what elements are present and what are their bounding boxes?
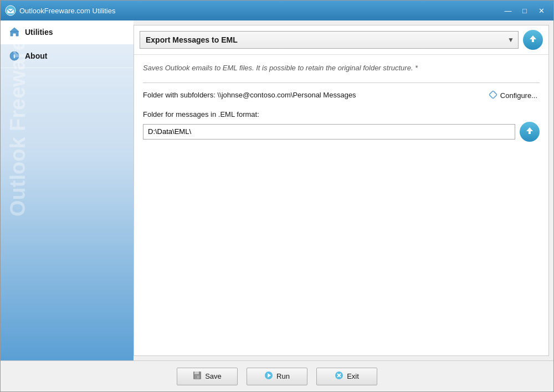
maximize-button[interactable]: □ — [517, 4, 532, 17]
info-icon: i — [9, 51, 19, 61]
panel-body: Saves Outlook emails to EML files. It is… — [134, 55, 548, 355]
browse-upload-icon — [525, 126, 535, 137]
save-label: Save — [205, 372, 222, 380]
description-text: Saves Outlook emails to EML files. It is… — [143, 63, 540, 74]
window-controls: — □ ✕ — [500, 4, 549, 17]
path-input[interactable] — [143, 124, 515, 140]
upload-button[interactable] — [523, 30, 543, 50]
footer: Save Run Ex — [1, 360, 553, 391]
minimize-button[interactable]: — — [500, 4, 516, 17]
input-row — [143, 122, 540, 142]
main-content: Utilities i About Outlook Freeware .com — [1, 20, 553, 391]
export-type-dropdown[interactable]: Export Messages to EML — [140, 31, 519, 49]
run-button[interactable]: Run — [247, 368, 307, 385]
svg-rect-11 — [196, 376, 197, 378]
configure-diamond-icon — [489, 91, 497, 100]
svg-rect-6 — [489, 91, 497, 99]
svg-marker-7 — [526, 127, 533, 134]
svg-text:i: i — [13, 53, 15, 59]
svg-rect-9 — [194, 372, 199, 374]
close-button[interactable]: ✕ — [534, 4, 549, 17]
folder-value: \\johnse@contoso.com\Personal Messages — [217, 91, 356, 99]
run-label: Run — [276, 372, 290, 380]
exit-button[interactable]: Exit — [316, 368, 377, 385]
exit-icon — [335, 371, 343, 381]
sidebar-utilities-label: Utilities — [25, 28, 53, 37]
app-icon — [5, 5, 16, 16]
window-title: OutlookFreeware.com Utilities — [19, 7, 500, 15]
folder-text: Folder with subfolders: \\johnse@contoso… — [143, 90, 356, 101]
sidebar: Utilities i About Outlook Freeware .com — [1, 20, 134, 360]
browse-button[interactable] — [520, 122, 540, 142]
divider — [143, 82, 540, 83]
svg-marker-2 — [10, 28, 19, 32]
run-icon — [264, 371, 273, 381]
configure-button[interactable]: Configure... — [487, 90, 540, 101]
exit-label: Exit — [347, 372, 359, 380]
upload-arrow-icon — [528, 34, 538, 46]
content-area: Utilities i About Outlook Freeware .com — [1, 20, 553, 360]
sidebar-item-utilities[interactable]: Utilities — [1, 20, 134, 44]
sidebar-item-about[interactable]: i About — [1, 44, 134, 68]
folder-row: Folder with subfolders: \\johnse@contoso… — [143, 90, 540, 101]
main-panel: Export Messages to EML ▼ Saves — [134, 25, 549, 356]
svg-marker-5 — [530, 35, 536, 42]
eml-folder-label: Folder for messages in .EML format: — [143, 110, 540, 118]
dropdown-wrapper: Export Messages to EML ▼ — [140, 31, 519, 49]
panel-header: Export Messages to EML ▼ — [134, 25, 548, 55]
title-bar: OutlookFreeware.com Utilities — □ ✕ — [1, 1, 553, 20]
configure-label: Configure... — [500, 91, 537, 100]
save-button[interactable]: Save — [177, 368, 238, 385]
save-icon — [193, 371, 202, 381]
sidebar-about-label: About — [25, 51, 47, 60]
main-window: OutlookFreeware.com Utilities — □ ✕ Util… — [0, 0, 554, 392]
home-icon — [9, 27, 19, 37]
folder-label: Folder with subfolders: — [143, 91, 216, 99]
